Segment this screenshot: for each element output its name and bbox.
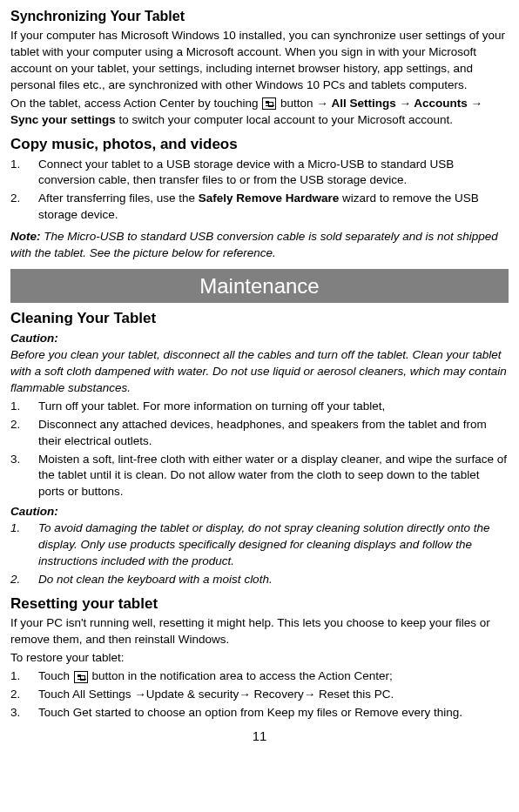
page-number: 11 [10, 727, 509, 745]
copy-step-1: Connect your tablet to a USB storage dev… [10, 157, 509, 190]
copy-step-2: After transferring files, use the Safely… [10, 191, 509, 224]
sync-heading: Synchronizing Your Tablet [10, 7, 509, 26]
cleaning-caution2-step2: Do not clean the keyboard with a moist c… [10, 572, 509, 588]
cleaning-caution-text: Before you clean your tablet, disconnect… [10, 347, 509, 397]
cleaning-steps-list: Turn off your tablet. For more informati… [10, 399, 509, 500]
notification-icon [74, 671, 88, 683]
reset-step-2: Touch All Settings →Update & security→ R… [10, 687, 509, 703]
copy-step2-a: After transferring files, use the [38, 191, 199, 205]
reset-step-3: Touch Get started to choose an option fr… [10, 705, 509, 721]
copy-steps-list: Connect your tablet to a USB storage dev… [10, 157, 509, 225]
copy-heading: Copy music, photos, and videos [10, 134, 509, 155]
reset-paragraph-1: If your PC isn't running well, resetting… [10, 615, 509, 648]
sync-p2-text-a: On the tablet, access Action Center by t… [10, 97, 261, 110]
cleaning-step-1: Turn off your tablet. For more informati… [10, 399, 509, 415]
copy-step2-bold: Safely Remove Hardware [199, 191, 339, 205]
sync-paragraph-2: On the tablet, access Action Center by t… [10, 96, 509, 129]
reset-paragraph-2: To restore your tablet: [10, 650, 509, 667]
sync-p2-text-d: to switch your computer local account to… [116, 113, 453, 126]
cleaning-step-2: Disconnect any attached devices, headpho… [10, 417, 509, 450]
cleaning-caution-label: Caution: [10, 331, 509, 347]
copy-note-label: Note: [10, 230, 41, 243]
cleaning-caution2-step1: To avoid damaging the tablet or display,… [10, 520, 509, 570]
reset-steps-list: Touch button in the notification area to… [10, 668, 509, 721]
cleaning-heading: Cleaning Your Tablet [10, 308, 509, 329]
action-center-icon [262, 97, 276, 110]
copy-note: Note: The Micro-USB to standard USB conv… [10, 229, 509, 262]
copy-note-text: The Micro-USB to standard USB conversion… [10, 230, 498, 259]
reset-step1-b: button in the notification area to acces… [89, 669, 393, 682]
cleaning-caution2-label: Caution: [10, 504, 509, 520]
cleaning-caution2-list: To avoid damaging the tablet or display,… [10, 520, 509, 588]
cleaning-step-3: Moisten a soft, lint-free cloth with eit… [10, 452, 509, 501]
reset-step1-a: Touch [38, 669, 73, 682]
sync-paragraph-1: If your computer has Microsoft Windows 1… [10, 28, 509, 94]
reset-step-1: Touch button in the notification area to… [10, 668, 509, 685]
sync-p2-text-b: button → [280, 97, 332, 110]
maintenance-banner: Maintenance [10, 269, 509, 304]
reset-heading: Resetting your tablet [10, 594, 509, 614]
